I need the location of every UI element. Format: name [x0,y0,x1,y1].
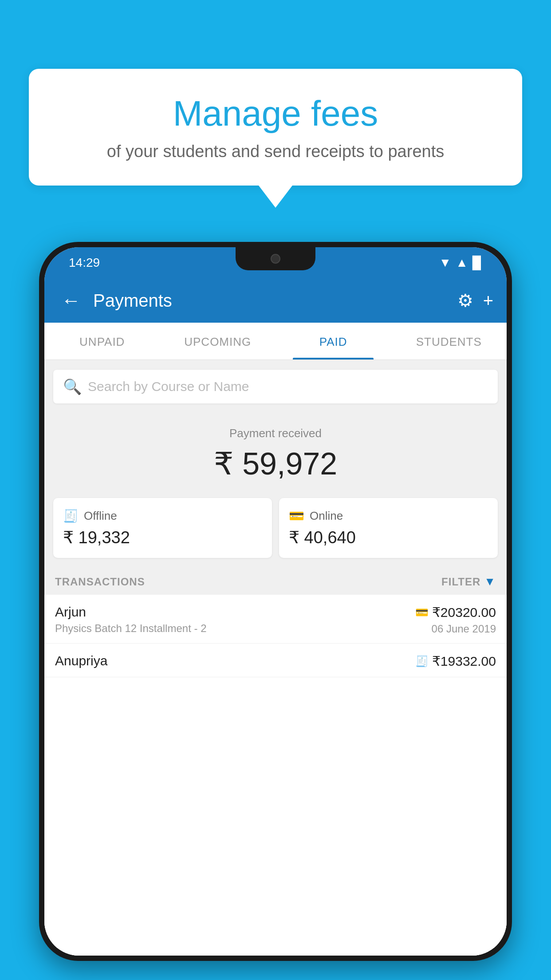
transaction-detail: Physics Batch 12 Installment - 2 [55,622,206,635]
transactions-list: Arjun Physics Batch 12 Installment - 2 💳… [44,595,507,956]
transaction-name: Arjun [55,605,206,620]
wifi-icon: ▼ [439,256,452,270]
speech-bubble-container: Manage fees of your students and send re… [29,69,522,208]
offline-card: 🧾 Offline ₹ 19,332 [53,498,272,558]
transactions-label: TRANSACTIONS [55,576,145,588]
transaction-left-arjun: Arjun Physics Batch 12 Installment - 2 [55,605,206,635]
add-button[interactable]: + [483,291,493,311]
status-icons: ▼ ▲ ▉ [439,256,482,270]
speech-bubble: Manage fees of your students and send re… [29,69,522,186]
cards-row: 🧾 Offline ₹ 19,332 💳 Online ₹ 40,640 [44,491,507,567]
settings-button[interactable]: ⚙ [457,290,473,311]
tab-upcoming[interactable]: UPCOMING [160,323,276,360]
online-amount: ₹ 40,640 [289,528,488,547]
tab-unpaid[interactable]: UNPAID [44,323,160,360]
bubble-subtitle: of your students and send receipts to pa… [55,142,496,161]
battery-icon: ▉ [472,256,482,270]
status-time: 14:29 [69,256,100,270]
app-bar: ← Payments ⚙ + [44,278,507,323]
payment-received-label: Payment received [53,427,498,440]
filter-button[interactable]: FILTER ▼ [441,575,496,589]
search-bar[interactable]: 🔍 Search by Course or Name [53,370,498,403]
filter-label: FILTER [441,576,480,588]
transaction-right-arjun: 💳 ₹20320.00 06 June 2019 [415,605,496,635]
status-bar: 14:29 ▼ ▲ ▉ [44,247,507,278]
tab-paid[interactable]: PAID [276,323,391,360]
offline-label: Offline [84,509,117,523]
filter-icon: ▼ [484,575,496,589]
online-label: Online [310,509,343,523]
phone-frame: 14:29 ▼ ▲ ▉ ← Payments ⚙ + UNPAID UPCO [39,242,512,961]
transaction-name: Anupriya [55,653,107,668]
transaction-type-icon: 💳 [415,606,429,619]
transaction-amount-row: 🧾 ₹19332.00 [415,653,496,669]
offline-amount: ₹ 19,332 [63,528,262,547]
notch [236,247,315,270]
camera [271,254,280,264]
phone-screen: 14:29 ▼ ▲ ▉ ← Payments ⚙ + UNPAID UPCO [44,247,507,956]
online-card: 💳 Online ₹ 40,640 [279,498,498,558]
tab-bar: UNPAID UPCOMING PAID STUDENTS [44,323,507,360]
offline-card-header: 🧾 Offline [63,509,262,523]
table-row[interactable]: Arjun Physics Batch 12 Installment - 2 💳… [44,595,507,644]
transaction-amount-row: 💳 ₹20320.00 [415,605,496,620]
search-placeholder: Search by Course or Name [88,379,249,394]
app-bar-icons: ⚙ + [457,290,493,311]
tab-students[interactable]: STUDENTS [391,323,507,360]
payment-total-amount: ₹ 59,972 [53,446,498,482]
offline-icon: 🧾 [63,509,79,523]
signal-icon: ▲ [456,256,468,270]
transaction-date: 06 June 2019 [432,623,496,635]
search-icon: 🔍 [63,378,82,395]
table-row[interactable]: Anupriya 🧾 ₹19332.00 [44,644,507,677]
transaction-right-anupriya: 🧾 ₹19332.00 [415,653,496,669]
transaction-left-anupriya: Anupriya [55,653,107,668]
online-icon: 💳 [289,509,304,523]
phone-container: 14:29 ▼ ▲ ▉ ← Payments ⚙ + UNPAID UPCO [39,242,512,980]
back-button[interactable]: ← [58,286,84,315]
transaction-amount: ₹20320.00 [432,605,496,620]
screen-content: 🔍 Search by Course or Name Payment recei… [44,360,507,956]
online-card-header: 💳 Online [289,509,488,523]
payment-summary: Payment received ₹ 59,972 [44,413,507,491]
bubble-arrow [259,186,292,208]
transaction-amount: ₹19332.00 [432,653,496,669]
transaction-type-icon: 🧾 [415,655,429,668]
app-title: Payments [93,291,449,311]
transactions-header: TRANSACTIONS FILTER ▼ [44,567,507,595]
bubble-title: Manage fees [55,93,496,134]
